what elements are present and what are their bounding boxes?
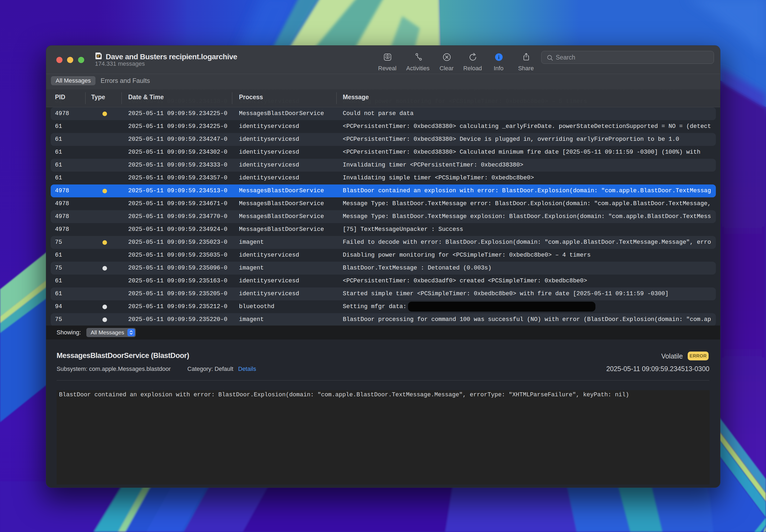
svg-text:i: i: [498, 54, 500, 60]
